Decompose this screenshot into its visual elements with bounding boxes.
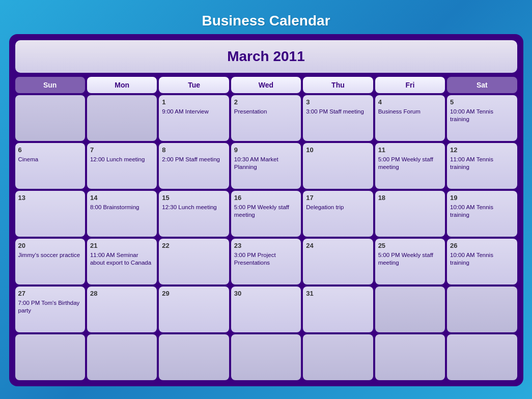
day-cell-4[interactable]: 4Business Forum xyxy=(375,95,445,141)
event-text: 10:00 AM Tennis training xyxy=(450,251,514,267)
day-cell-2[interactable]: 2Presentation xyxy=(231,95,301,141)
day-cell-6[interactable]: 6Cinema xyxy=(15,143,85,189)
calendar-wrapper: March 2011 SunMonTueWedThuFriSat19:00 AM… xyxy=(9,34,523,386)
day-header-sun: Sun xyxy=(15,77,85,93)
event-text: 5:00 PM Weekly staff meeting xyxy=(378,251,442,267)
event-text: 10:00 AM Tennis training xyxy=(450,108,514,123)
day-number: 6 xyxy=(18,146,82,154)
day-cell-19[interactable]: 1910:00 AM Tennis training xyxy=(447,191,517,237)
day-number: 26 xyxy=(450,242,514,249)
day-number: 28 xyxy=(90,290,154,297)
day-number: 11 xyxy=(378,146,442,154)
day-cell-27[interactable]: 277:00 PM Tom's Birthday party xyxy=(15,287,85,332)
day-cell-empty[interactable] xyxy=(375,334,445,380)
day-number: 7 xyxy=(90,146,154,154)
day-number: 12 xyxy=(450,146,514,154)
day-cell-26[interactable]: 2610:00 AM Tennis training xyxy=(447,239,517,284)
day-cell-empty[interactable] xyxy=(231,334,301,380)
day-header-wed: Wed xyxy=(231,77,301,93)
event-text: 12:00 Lunch meeting xyxy=(90,156,154,163)
day-cell-11[interactable]: 115:00 PM Weekly staff meeting xyxy=(375,143,445,189)
month-header: March 2011 xyxy=(15,40,517,73)
day-number: 22 xyxy=(162,242,226,249)
event-text: 3:00 PM Staff meeting xyxy=(306,108,370,116)
event-text: 10:30 AM Market Planning xyxy=(234,156,298,171)
event-text: Cinema xyxy=(18,156,82,163)
day-number: 15 xyxy=(162,194,226,202)
day-cell-16[interactable]: 165:00 PM Weekly staff meeting xyxy=(231,191,301,237)
day-cell-31[interactable]: 31 xyxy=(303,287,373,332)
event-text: 5:00 PM Weekly staff meeting xyxy=(234,204,298,219)
day-cell-empty[interactable] xyxy=(375,287,445,332)
day-number: 27 xyxy=(18,290,82,297)
month-title: March 2011 xyxy=(23,48,509,65)
day-cell-29[interactable]: 29 xyxy=(159,287,229,332)
day-cell-22[interactable]: 22 xyxy=(159,239,229,284)
day-cell-18[interactable]: 18 xyxy=(375,191,445,237)
day-number: 19 xyxy=(450,194,514,202)
day-number: 25 xyxy=(378,242,442,249)
event-text: 8:00 Brainstorming xyxy=(90,204,154,211)
day-cell-empty[interactable] xyxy=(447,287,517,332)
day-cell-14[interactable]: 148:00 Brainstorming xyxy=(87,191,157,237)
event-text: Business Forum xyxy=(378,108,442,116)
day-number: 30 xyxy=(234,290,298,297)
day-cell-24[interactable]: 24 xyxy=(303,239,373,284)
day-header-fri: Fri xyxy=(375,77,445,93)
calendar-grid: SunMonTueWedThuFriSat19:00 AM Interview2… xyxy=(15,77,517,380)
day-header-thu: Thu xyxy=(303,77,373,93)
page-title: Business Calendar xyxy=(202,13,330,29)
day-cell-28[interactable]: 28 xyxy=(87,287,157,332)
day-number: 31 xyxy=(306,290,370,297)
day-number: 20 xyxy=(18,242,82,249)
day-cell-23[interactable]: 233:00 PM Project Presentations xyxy=(231,239,301,284)
day-cell-12[interactable]: 1211:00 AM Tennis training xyxy=(447,143,517,189)
day-number: 21 xyxy=(90,242,154,249)
day-cell-17[interactable]: 17Delegation trip xyxy=(303,191,373,237)
day-cell-3[interactable]: 33:00 PM Staff meeting xyxy=(303,95,373,141)
day-number: 17 xyxy=(306,194,370,202)
day-number: 2 xyxy=(234,98,298,106)
day-number: 4 xyxy=(378,98,442,106)
day-header-tue: Tue xyxy=(159,77,229,93)
day-cell-21[interactable]: 2111:00 AM Seminar about export to Canad… xyxy=(87,239,157,284)
day-number: 29 xyxy=(162,290,226,297)
event-text: 7:00 PM Tom's Birthday party xyxy=(18,299,82,315)
event-text: 11:00 AM Seminar about export to Canada xyxy=(90,251,154,267)
day-cell-empty[interactable] xyxy=(447,334,517,380)
day-number: 3 xyxy=(306,98,370,106)
day-cell-25[interactable]: 255:00 PM Weekly staff meeting xyxy=(375,239,445,284)
day-number: 18 xyxy=(378,194,442,202)
event-text: Jimmy's soccer practice xyxy=(18,251,82,259)
event-text: 9:00 AM Interview xyxy=(162,108,226,116)
day-cell-15[interactable]: 1512:30 Lunch meeting xyxy=(159,191,229,237)
day-cell-30[interactable]: 30 xyxy=(231,287,301,332)
day-number: 9 xyxy=(234,146,298,154)
day-cell-5[interactable]: 510:00 AM Tennis training xyxy=(447,95,517,141)
day-cell-1[interactable]: 19:00 AM Interview xyxy=(159,95,229,141)
day-number: 24 xyxy=(306,242,370,249)
day-number: 13 xyxy=(18,194,82,202)
day-header-mon: Mon xyxy=(87,77,157,93)
day-number: 14 xyxy=(90,194,154,202)
day-number: 8 xyxy=(162,146,226,154)
day-cell-empty[interactable] xyxy=(303,334,373,380)
day-cell-empty[interactable] xyxy=(159,334,229,380)
day-number: 10 xyxy=(306,146,370,154)
day-cell-8[interactable]: 82:00 PM Staff meeting xyxy=(159,143,229,189)
day-cell-empty[interactable] xyxy=(87,95,157,141)
day-cell-empty[interactable] xyxy=(87,334,157,380)
event-text: 3:00 PM Project Presentations xyxy=(234,251,298,267)
day-cell-10[interactable]: 10 xyxy=(303,143,373,189)
event-text: 11:00 AM Tennis training xyxy=(450,156,514,171)
day-cell-9[interactable]: 910:30 AM Market Planning xyxy=(231,143,301,189)
day-cell-7[interactable]: 712:00 Lunch meeting xyxy=(87,143,157,189)
day-cell-13[interactable]: 13 xyxy=(15,191,85,237)
day-cell-20[interactable]: 20Jimmy's soccer practice xyxy=(15,239,85,284)
day-number: 23 xyxy=(234,242,298,249)
day-number: 1 xyxy=(162,98,226,106)
day-cell-empty[interactable] xyxy=(15,95,85,141)
day-cell-empty[interactable] xyxy=(15,334,85,380)
event-text: 12:30 Lunch meeting xyxy=(162,204,226,211)
event-text: Presentation xyxy=(234,108,298,116)
